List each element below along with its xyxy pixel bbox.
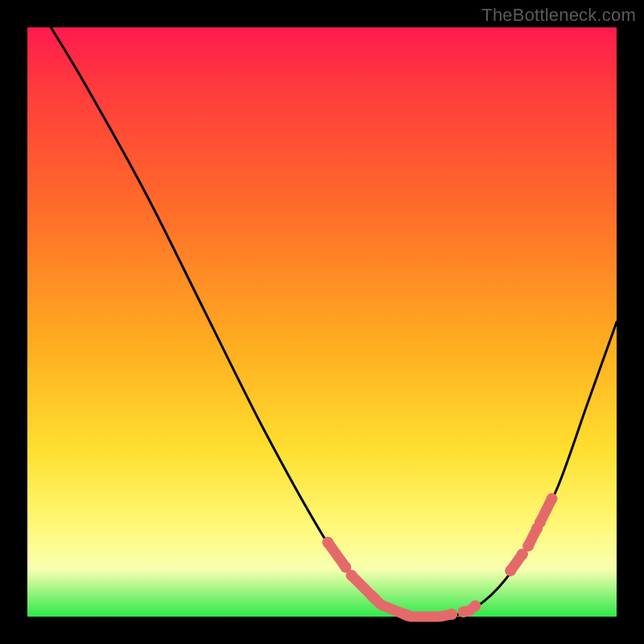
- highlight-dot: [369, 593, 381, 605]
- highlight-dot: [522, 540, 534, 551]
- highlight-dot: [546, 493, 557, 505]
- highlight-dot: [535, 517, 546, 528]
- watermark-text: TheBottleneck.com: [481, 5, 636, 26]
- highlight-dot: [322, 537, 333, 548]
- highlight-segment: [407, 614, 452, 617]
- plot-area: [27, 27, 617, 617]
- highlight-dot: [346, 570, 357, 581]
- bottleneck-curve: [27, 27, 617, 617]
- outer-frame: TheBottleneck.com: [0, 0, 644, 644]
- highlight-dot: [458, 606, 469, 617]
- highlight-dot: [469, 601, 481, 612]
- highlight-dot: [446, 609, 457, 620]
- highlight-dot: [505, 565, 516, 576]
- highlight-dot: [402, 610, 413, 621]
